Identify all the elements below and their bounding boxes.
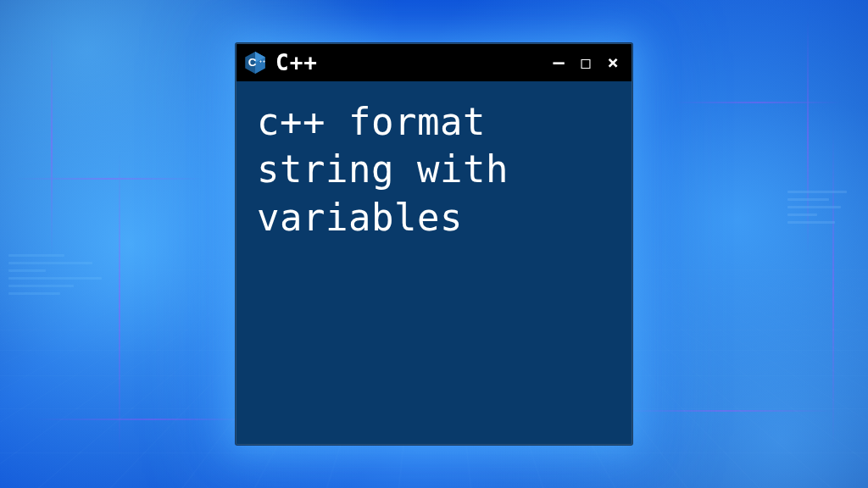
minimize-button[interactable]: – <box>548 51 569 75</box>
terminal-content: c++ format string with variables <box>236 81 632 444</box>
titlebar[interactable]: C + + C++ – □ × <box>236 44 632 81</box>
terminal-window: C + + C++ – □ × c++ format string with v… <box>236 43 632 445</box>
close-button[interactable]: × <box>603 51 623 75</box>
svg-text:C: C <box>248 56 257 69</box>
svg-text:+: + <box>259 58 262 64</box>
cpp-icon: C + + <box>243 51 267 75</box>
maximize-button[interactable]: □ <box>576 51 596 75</box>
window-controls: – □ × <box>548 51 623 75</box>
svg-text:+: + <box>263 58 265 64</box>
window-title: C++ <box>275 50 540 75</box>
